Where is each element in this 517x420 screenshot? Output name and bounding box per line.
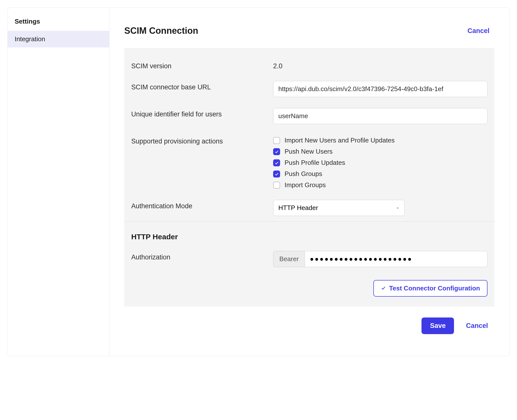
checkbox-icon (273, 159, 280, 166)
auth-prefix: Bearer (273, 251, 305, 267)
checkbox-label: Import New Users and Profile Updates (285, 137, 395, 144)
row-unique-id: Unique identifier field for users (124, 103, 494, 130)
checkbox-push-new-users[interactable]: Push New Users (273, 148, 487, 155)
sidebar: Settings Integration (8, 8, 109, 356)
cancel-button[interactable]: Cancel (466, 322, 488, 330)
main-content: SCIM Connection Cancel SCIM version 2.0 … (109, 8, 509, 356)
test-connector-label: Test Connector Configuration (389, 284, 480, 292)
value-scim-version: 2.0 (273, 60, 494, 70)
cancel-link-top[interactable]: Cancel (467, 27, 489, 35)
label-base-url: SCIM connector base URL (124, 81, 273, 91)
sidebar-item-integration[interactable]: Integration (8, 31, 109, 47)
checkbox-label: Push Groups (285, 170, 322, 178)
http-header-heading: HTTP Header (124, 228, 494, 245)
page-header: SCIM Connection Cancel (124, 26, 494, 36)
row-authorization: Authorization Bearer (124, 245, 494, 273)
input-base-url[interactable] (273, 81, 487, 97)
sidebar-heading: Settings (8, 14, 109, 31)
row-scim-version: SCIM version 2.0 (124, 54, 494, 75)
label-auth-mode: Authentication Mode (124, 200, 273, 210)
auth-input-group: Bearer (273, 251, 487, 267)
checkbox-icon (273, 137, 280, 144)
checkbox-push-profile-updates[interactable]: Push Profile Updates (273, 159, 487, 167)
footer-actions: Save Cancel (124, 307, 494, 341)
check-icon (381, 284, 386, 292)
save-button[interactable]: Save (421, 317, 454, 334)
row-base-url: SCIM connector base URL (124, 75, 494, 103)
row-provisioning: Supported provisioning actions Import Ne… (124, 130, 494, 194)
checkbox-icon (273, 148, 280, 155)
checkbox-label: Push New Users (285, 148, 333, 155)
test-connector-button[interactable]: Test Connector Configuration (373, 280, 487, 297)
checkbox-icon (273, 171, 280, 177)
checkbox-push-groups[interactable]: Push Groups (273, 170, 487, 178)
checkbox-icon (273, 182, 280, 189)
checkbox-import-new-users[interactable]: Import New Users and Profile Updates (273, 137, 487, 144)
checkbox-label: Import Groups (285, 181, 326, 189)
label-provisioning: Supported provisioning actions (124, 135, 273, 145)
page-title: SCIM Connection (124, 26, 198, 36)
settings-panel: Settings Integration SCIM Connection Can… (7, 7, 510, 356)
label-unique-id: Unique identifier field for users (124, 108, 273, 118)
label-authorization: Authorization (124, 251, 273, 261)
checkbox-import-groups[interactable]: Import Groups (273, 181, 487, 189)
scim-form: SCIM version 2.0 SCIM connector base URL… (124, 48, 494, 307)
select-auth-mode[interactable]: HTTP Header (273, 200, 405, 216)
checkbox-label: Push Profile Updates (285, 159, 345, 167)
label-scim-version: SCIM version (124, 60, 273, 70)
row-auth-mode: Authentication Mode HTTP Header (124, 194, 494, 221)
input-authorization-token[interactable] (305, 251, 487, 267)
http-header-section: HTTP Header Authorization Bearer (124, 222, 494, 297)
provisioning-checkbox-list: Import New Users and Profile Updates Pus… (273, 135, 487, 189)
input-unique-id[interactable] (273, 108, 487, 124)
